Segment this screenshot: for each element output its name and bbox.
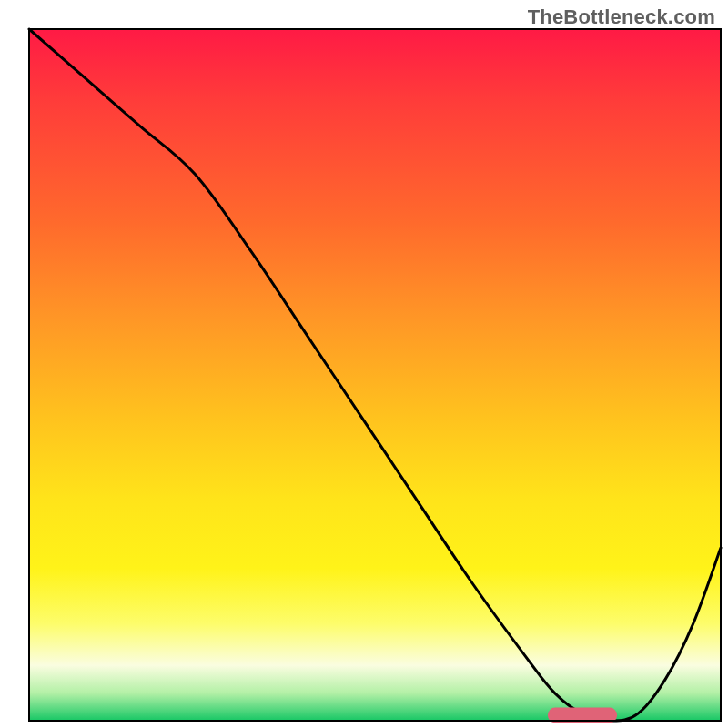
- bottleneck-chart: [0, 0, 728, 728]
- watermark-text: TheBottleneck.com: [528, 5, 715, 29]
- gradient-background: [29, 29, 721, 721]
- chart-container: TheBottleneck.com: [0, 0, 728, 728]
